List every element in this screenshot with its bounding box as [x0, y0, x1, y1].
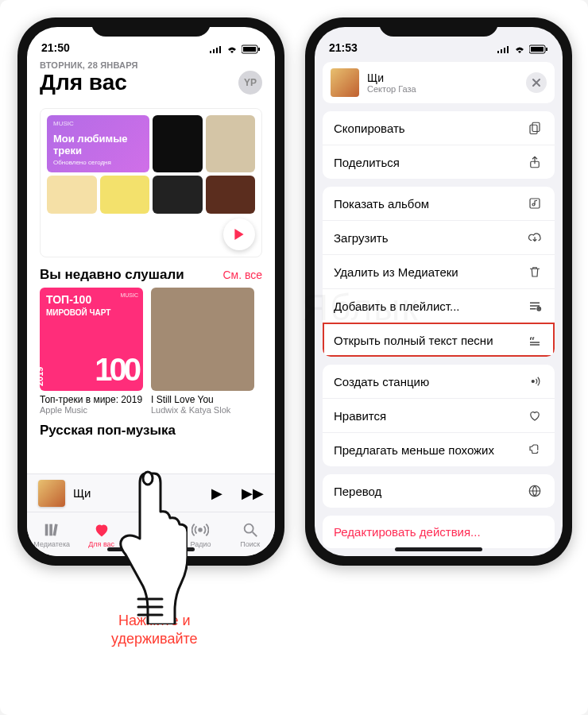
action-group: Редактировать действия... — [323, 516, 555, 548]
action-icon — [526, 299, 544, 313]
favorites-card[interactable]: MUSIC Мои любимые треки Обновлено сегодн… — [40, 108, 262, 257]
svg-rect-0 — [210, 51, 211, 53]
search-icon — [242, 521, 259, 539]
phone-right: 21:53 Щи Сектор Газа СкопироватьПоделить… — [305, 17, 572, 566]
fav-tile — [153, 176, 203, 214]
action-row[interactable]: Нравится — [323, 398, 555, 432]
action-icon — [526, 484, 544, 498]
action-label: Перевод — [334, 485, 381, 498]
action-group: СкопироватьПоделиться — [323, 111, 555, 179]
notch — [379, 17, 498, 37]
action-label: Загрузить — [334, 231, 389, 245]
svg-rect-18 — [531, 47, 544, 52]
action-row[interactable]: Создать станцию — [323, 365, 555, 398]
svg-rect-14 — [501, 49, 502, 53]
close-button[interactable] — [526, 72, 547, 93]
action-row[interactable]: Показать альбом — [323, 187, 555, 220]
action-row[interactable]: Открыть полный текст песни — [323, 323, 555, 357]
action-icon — [526, 155, 544, 169]
action-group: Перевод — [323, 474, 555, 508]
screen-action-sheet: 21:53 Щи Сектор Газа СкопироватьПоделить… — [315, 27, 563, 556]
edit-actions[interactable]: Редактировать действия... — [323, 516, 555, 548]
play-icon — [234, 229, 245, 240]
radio-icon — [191, 521, 209, 539]
svg-rect-19 — [546, 48, 547, 51]
svg-point-10 — [199, 528, 203, 531]
action-icon — [526, 333, 544, 347]
tab-library[interactable]: Медиатека — [27, 512, 76, 556]
svg-rect-3 — [219, 46, 221, 53]
see-all-link[interactable]: См. все — [222, 269, 262, 281]
play-button[interactable] — [223, 218, 255, 250]
svg-rect-2 — [216, 48, 218, 53]
svg-rect-6 — [258, 48, 260, 51]
action-label: Предлагать меньше похожих — [334, 443, 494, 457]
svg-point-33 — [532, 381, 534, 383]
russian-pop-title: Русская поп-музыка — [27, 415, 275, 442]
action-row[interactable]: Загрузить — [323, 220, 555, 254]
now-playing-art — [38, 480, 65, 507]
wifi-icon — [226, 44, 238, 54]
svg-rect-9 — [53, 524, 58, 535]
action-label: Скопировать — [334, 122, 405, 135]
action-icon — [526, 374, 544, 388]
action-row[interactable]: Предлагать меньше похожих — [323, 432, 555, 466]
favorites-hero: MUSIC Мои любимые треки Обновлено сегодн… — [47, 115, 149, 172]
wifi-icon — [513, 44, 526, 54]
action-icon — [526, 443, 544, 457]
svg-point-11 — [244, 524, 253, 532]
battery-icon — [242, 44, 261, 54]
action-row[interactable]: Добавить в плейлист... — [323, 288, 555, 323]
action-icon — [526, 121, 544, 135]
action-group: Показать альбомЗагрузитьУдалить из Медиа… — [323, 187, 555, 357]
tab-search[interactable]: Поиск — [226, 512, 275, 556]
svg-line-12 — [253, 531, 257, 536]
fav-tile — [206, 115, 256, 172]
svg-rect-7 — [45, 524, 48, 535]
svg-rect-5 — [243, 47, 256, 52]
fav-tile — [47, 176, 97, 214]
action-icon — [526, 408, 544, 423]
status-icons — [210, 44, 261, 54]
library-icon — [43, 521, 60, 539]
action-row[interactable]: Перевод — [323, 474, 555, 508]
recent-scroll[interactable]: MUSIC ТОП-100МИРОВОЙ ЧАРТ 2019 100 Топ-т… — [27, 288, 275, 415]
svg-rect-20 — [532, 122, 540, 131]
profile-avatar[interactable]: YP — [238, 71, 262, 95]
signal-icon — [210, 45, 222, 53]
status-icons — [497, 44, 548, 54]
signal-icon — [497, 45, 510, 53]
fav-tile — [100, 176, 150, 214]
page-title: Для вас — [40, 70, 127, 95]
battery-icon — [529, 44, 548, 54]
action-icon — [526, 265, 544, 279]
song-title: Щи — [367, 72, 416, 84]
status-time: 21:50 — [41, 41, 70, 54]
fav-tile — [206, 176, 256, 214]
action-label: Поделиться — [334, 156, 400, 169]
finger-cursor-icon — [116, 466, 188, 624]
action-row[interactable]: Удалить из Медиатеки — [323, 254, 555, 288]
action-row[interactable]: Скопировать — [323, 111, 555, 145]
action-row[interactable]: Поделиться — [323, 145, 555, 179]
action-label: Открыть полный текст песни — [334, 334, 493, 347]
date-label: ВТОРНИК, 28 ЯНВАРЯ — [27, 56, 275, 70]
action-label: Создать станцию — [334, 375, 429, 388]
fav-tile — [153, 115, 203, 172]
recent-item[interactable]: MUSIC ТОП-100МИРОВОЙ ЧАРТ 2019 100 Топ-т… — [40, 288, 143, 415]
next-icon[interactable]: ▶▶ — [242, 485, 264, 502]
action-group: Создать станциюНравитсяПредлагать меньше… — [323, 365, 555, 466]
svg-rect-13 — [497, 51, 499, 53]
play-icon[interactable]: ▶ — [211, 485, 222, 502]
song-artist: Сектор Газа — [367, 84, 416, 94]
action-icon — [526, 230, 544, 245]
recent-item[interactable]: I Still Love You Ludwix & Katya Slok — [151, 288, 254, 415]
song-art — [331, 68, 359, 97]
home-indicator[interactable] — [395, 547, 482, 551]
apple-music-badge: MUSIC — [53, 120, 74, 127]
notch — [91, 17, 211, 37]
svg-point-35 — [143, 472, 153, 485]
heart-icon — [93, 521, 110, 539]
svg-rect-8 — [49, 524, 52, 535]
svg-rect-16 — [507, 46, 509, 53]
